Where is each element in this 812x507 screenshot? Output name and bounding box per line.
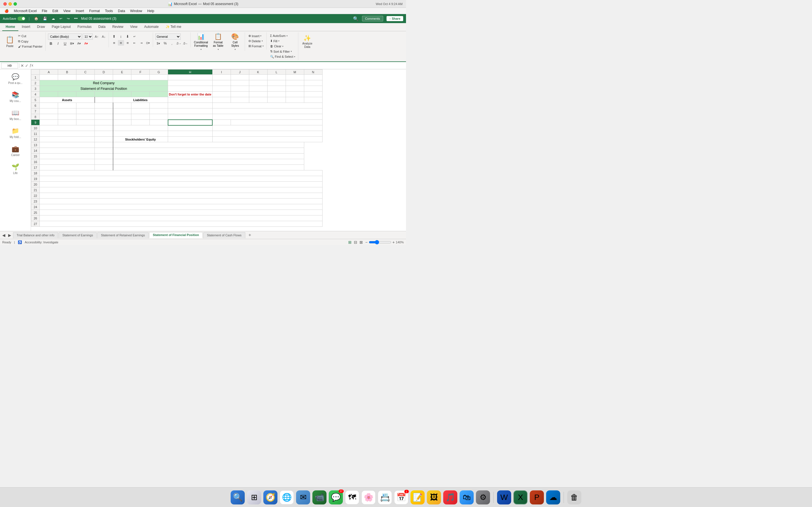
sheet-nav-right[interactable]: ▶ xyxy=(7,232,12,238)
cell-I11[interactable] xyxy=(212,131,322,136)
cell-reference-input[interactable] xyxy=(1,63,18,68)
cell-D8[interactable] xyxy=(95,114,113,120)
col-header-G[interactable]: G xyxy=(150,69,168,75)
col-header-K[interactable]: K xyxy=(249,69,267,75)
col-header-N[interactable]: N xyxy=(304,69,322,75)
cell-A10[interactable] xyxy=(40,125,95,131)
cell-I4[interactable] xyxy=(212,92,231,97)
cell-N5[interactable] xyxy=(304,97,322,103)
cell-F4[interactable] xyxy=(132,92,150,97)
menu-format[interactable]: Format xyxy=(87,8,102,13)
col-header-M[interactable]: M xyxy=(286,69,304,75)
tab-insert[interactable]: Insert xyxy=(18,23,34,31)
cell-N3[interactable] xyxy=(304,86,322,92)
copy-button[interactable]: ⧉ Copy xyxy=(17,39,44,44)
menu-help[interactable]: Help xyxy=(145,8,156,13)
cell-M4[interactable] xyxy=(286,92,304,97)
wrap-text-button[interactable]: ↵ xyxy=(132,34,138,39)
cell-D6[interactable] xyxy=(95,103,113,108)
align-right-button[interactable]: ≡ xyxy=(124,40,131,46)
find-select-button[interactable]: 🔍 Find & Select ▾ xyxy=(269,54,296,59)
tab-page-layout[interactable]: Page Layout xyxy=(48,23,74,31)
zoom-in-button[interactable]: + xyxy=(393,240,395,244)
cell-E8[interactable] xyxy=(113,114,132,120)
cell-I7[interactable] xyxy=(212,108,322,114)
sidebar-item-folders[interactable]: 📁 My fold... xyxy=(4,126,27,140)
row-header-1[interactable]: 1 xyxy=(31,75,40,80)
cell-B8[interactable] xyxy=(58,114,77,120)
row-header-7[interactable]: 7 xyxy=(31,108,40,114)
underline-button[interactable]: U xyxy=(62,41,68,46)
cell-E1[interactable] xyxy=(113,75,132,80)
cell-I5[interactable] xyxy=(212,97,231,103)
comma-button[interactable]: , xyxy=(169,41,175,46)
cell-A2-merged[interactable]: Red Company xyxy=(40,80,168,86)
row-header-15[interactable]: 15 xyxy=(31,154,40,159)
cell-C7[interactable] xyxy=(77,108,95,114)
tab-view[interactable]: View xyxy=(127,23,141,31)
cell-A4[interactable] xyxy=(40,92,58,97)
cell-H2[interactable] xyxy=(168,80,213,86)
row-header-5[interactable]: 5 xyxy=(31,97,40,103)
sheet-tab-retained-earnings[interactable]: Statement of Retained Earnings xyxy=(97,232,149,238)
cell-K5[interactable] xyxy=(249,97,267,103)
decrease-indent-button[interactable]: ⇤ xyxy=(132,40,138,46)
col-header-E[interactable]: E xyxy=(113,69,132,75)
cut-button[interactable]: ✂ Cut xyxy=(17,34,44,38)
bold-button[interactable]: B xyxy=(48,41,54,46)
cell-B9[interactable] xyxy=(58,120,77,125)
row-header-8[interactable]: 8 xyxy=(31,114,40,120)
tab-home[interactable]: Home xyxy=(2,23,18,31)
decrease-font-button[interactable]: A↓ xyxy=(101,34,107,40)
cell-D10[interactable] xyxy=(95,125,113,131)
insert-cells-button[interactable]: ⊕ Insert ▾ xyxy=(247,34,265,38)
align-left-button[interactable]: ≡ xyxy=(111,40,117,46)
add-sheet-button[interactable]: ＋ xyxy=(246,232,254,238)
confirm-formula-icon[interactable]: ✓ xyxy=(25,63,29,68)
col-header-L[interactable]: L xyxy=(267,69,286,75)
maximize-button[interactable] xyxy=(13,2,17,6)
tab-review[interactable]: Review xyxy=(109,23,126,31)
cell-D4[interactable] xyxy=(95,92,113,97)
cell-K3[interactable] xyxy=(249,86,267,92)
cell-A9[interactable] xyxy=(40,120,58,125)
cell-A11[interactable] xyxy=(40,131,95,136)
align-middle-button[interactable]: ↕ xyxy=(118,34,124,39)
cell-I3[interactable] xyxy=(212,86,231,92)
menu-edit[interactable]: Edit xyxy=(50,8,61,13)
cell-C1[interactable] xyxy=(77,75,95,80)
cell-N4[interactable] xyxy=(304,92,322,97)
cell-L5[interactable] xyxy=(267,97,286,103)
function-icon[interactable]: ƒx xyxy=(30,63,33,68)
paste-button[interactable]: 📋 Paste xyxy=(4,34,16,50)
increase-indent-button[interactable]: ⇥ xyxy=(138,40,144,46)
col-header-I[interactable]: I xyxy=(212,69,231,75)
cell-J4[interactable] xyxy=(231,92,249,97)
save-icon[interactable]: 💾 xyxy=(42,16,48,21)
page-break-view-button[interactable]: ⊠ xyxy=(359,240,363,244)
cell-I10[interactable] xyxy=(212,125,322,131)
row-header-11[interactable]: 11 xyxy=(31,131,40,136)
cell-E9[interactable] xyxy=(113,120,132,125)
sheet-tab-earnings[interactable]: Statement of Earnings xyxy=(59,232,97,238)
row-header-18[interactable]: 18 xyxy=(31,170,40,176)
cell-I8[interactable] xyxy=(212,114,322,120)
row-header-21[interactable]: 21 xyxy=(31,187,40,193)
decrease-decimal-button[interactable]: .0← xyxy=(183,41,189,46)
cell-J2[interactable] xyxy=(231,80,249,86)
cell-L4[interactable] xyxy=(267,92,286,97)
currency-button[interactable]: $▾ xyxy=(155,41,161,46)
close-button[interactable] xyxy=(3,2,7,6)
sidebar-item-career[interactable]: 💼 Career xyxy=(4,144,27,158)
cell-I2[interactable] xyxy=(212,80,231,86)
sidebar-item-books[interactable]: 📖 My boo... xyxy=(4,108,27,122)
sum-button[interactable]: Σ AutoSum ▾ xyxy=(269,34,296,38)
format-as-table-button[interactable]: 📋 Formatas Table ▾ xyxy=(210,34,226,50)
cell-B1[interactable] xyxy=(58,75,77,80)
row-header-19[interactable]: 19 xyxy=(31,176,40,182)
col-header-C[interactable]: C xyxy=(77,69,95,75)
number-format-select[interactable]: General Number Currency Accounting Date … xyxy=(155,34,181,40)
row-header-23[interactable]: 23 xyxy=(31,199,40,204)
row-header-25[interactable]: 25 xyxy=(31,210,40,216)
cell-E4[interactable] xyxy=(113,92,132,97)
